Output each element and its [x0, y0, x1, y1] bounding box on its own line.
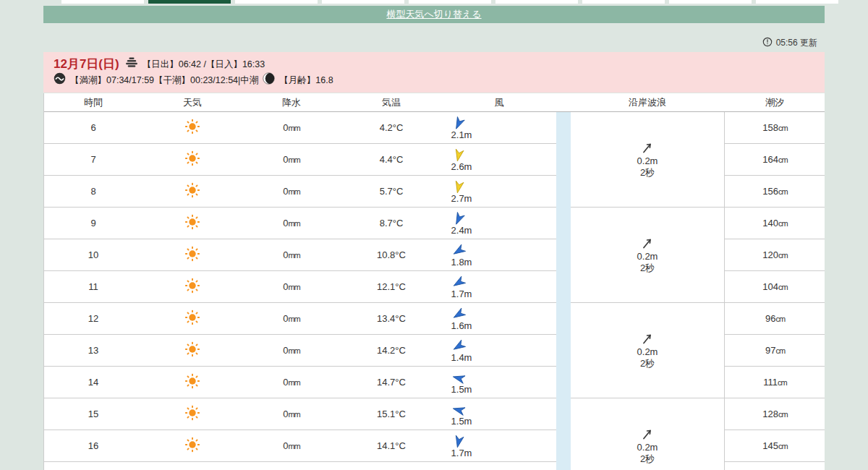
precip-value: 0mm	[242, 249, 341, 260]
table-row: 7 0mm 4.4°C 2.6m	[44, 144, 556, 176]
time-value: 15	[44, 409, 142, 419]
date-label: 12月7日(日)	[54, 57, 119, 72]
wind-direction-arrow-icon	[450, 433, 467, 450]
sunny-icon	[184, 150, 200, 166]
tab[interactable]	[61, 0, 144, 4]
tide-value: 104cm	[725, 271, 825, 303]
precip-value: 0mm	[242, 281, 341, 292]
time-value: 16	[44, 440, 142, 451]
precip-value: 0mm	[242, 122, 341, 133]
sunrise-icon	[125, 57, 138, 72]
wind-cell-content: 1.6m	[442, 307, 475, 331]
precip-value: 0mm	[242, 154, 341, 165]
wave-group-cell: 0.2m 2秒	[571, 208, 724, 303]
update-status: 05:56 更新	[762, 37, 817, 48]
alert-circle-icon	[762, 37, 773, 49]
wind-cell: 1.7m	[442, 433, 556, 458]
wave-icon	[54, 72, 66, 88]
weather-cell	[142, 150, 242, 168]
tab[interactable]	[495, 0, 578, 4]
tab[interactable]	[409, 0, 491, 4]
tab[interactable]	[582, 0, 665, 4]
weather-cell	[142, 246, 242, 264]
weather-cell	[142, 119, 242, 137]
temp-value: 12.1°C	[341, 281, 442, 292]
main-rows: 6 0mm 4.2°C 2.1m 7 0mm 4.4°C 2.6m	[44, 112, 556, 470]
wind-cell-content: 2.4m	[442, 212, 475, 236]
wave-period-value: 2秒	[640, 167, 655, 179]
wind-cell-content: 2.1m	[442, 116, 475, 140]
tide-value: 111cm	[725, 367, 825, 398]
wind-cell: 1.5m	[442, 401, 556, 427]
wind-cell: 2.1m	[442, 115, 556, 140]
wind-direction-arrow-icon	[450, 147, 467, 164]
wind-cell: 2.6m	[442, 147, 556, 172]
precip-value: 0mm	[242, 440, 341, 451]
tide-value: 156cm	[725, 176, 825, 208]
wind-cell-content: 2.6m	[442, 148, 475, 172]
sunny-icon	[184, 405, 200, 421]
tide-value: 164cm	[725, 144, 825, 176]
table-row: 12 0mm 13.4°C 1.6m	[44, 303, 556, 335]
tide-times-label: 【満潮】07:34/17:59【干潮】00:23/12:54|中潮	[70, 73, 258, 87]
wind-cell-content: 1.5m	[442, 403, 475, 427]
temp-value: 15.1°C	[341, 409, 442, 419]
column-divider-strip	[556, 112, 571, 470]
weather-cell	[142, 341, 242, 359]
wind-cell: 1.5m	[442, 369, 556, 395]
moon-age-label: 【月齢】16.8	[279, 73, 333, 87]
col-header-time: 時間	[44, 96, 142, 109]
table-row: 14 0mm 14.7°C 1.5m	[44, 367, 556, 398]
time-value: 11	[44, 281, 142, 292]
tide-value: 97cm	[725, 335, 825, 367]
table-row: 15 0mm 15.1°C 1.5m	[44, 398, 556, 430]
weather-cell	[142, 405, 242, 423]
weather-cell	[142, 309, 242, 328]
tab[interactable]	[756, 0, 838, 4]
table-header-row: 時間 天気 降水 気温 風 沿岸波浪 潮汐	[44, 93, 825, 112]
table-body: 6 0mm 4.2°C 2.1m 7 0mm 4.4°C 2.6m	[44, 112, 825, 470]
wave-period-value: 2秒	[640, 358, 655, 369]
sun-times-label: 【日出】06:42 /【日入】16:33	[142, 57, 265, 72]
temp-value: 4.2°C	[341, 122, 442, 133]
tab[interactable]	[322, 0, 404, 4]
wave-height-value: 0.2m	[637, 155, 658, 167]
time-value: 6	[44, 122, 142, 133]
sunny-icon	[184, 182, 200, 198]
weather-cell	[142, 214, 242, 232]
wind-cell-content: 1.7m	[442, 275, 475, 299]
updated-time-label: 05:56 更新	[776, 37, 817, 49]
temp-value: 13.4°C	[341, 313, 442, 324]
weather-cell	[142, 437, 242, 455]
table-row: 9 0mm 8.7°C 2.4m	[44, 208, 556, 239]
wave-direction-arrow-icon	[640, 141, 655, 155]
sunny-icon	[184, 309, 200, 325]
sunny-icon	[184, 214, 200, 230]
time-value: 7	[44, 154, 142, 165]
wind-cell: 1.4m	[442, 338, 556, 363]
switch-to-horizontal-link[interactable]: 横型天気へ切り替える	[386, 8, 481, 21]
tide-column: 158cm164cm156cm140cm120cm104cm96cm97cm11…	[724, 112, 825, 470]
temp-value: 5.7°C	[341, 186, 442, 197]
temp-value: 14.1°C	[341, 440, 442, 451]
table-row: 10 0mm 10.8°C 1.8m	[44, 239, 556, 271]
wind-cell-content: 1.7m	[442, 435, 475, 458]
temp-value: 8.7°C	[341, 218, 442, 228]
table-row: 6 0mm 4.2°C 2.1m	[44, 112, 556, 144]
tab[interactable]	[669, 0, 752, 4]
time-value: 14	[44, 377, 142, 388]
wind-cell: 1.7m	[442, 274, 556, 299]
col-header-precip: 降水	[242, 96, 341, 109]
tab[interactable]	[235, 0, 318, 4]
tide-value: 120cm	[725, 239, 825, 271]
wave-direction-arrow-icon	[640, 236, 655, 251]
wind-direction-arrow-icon	[450, 179, 467, 196]
time-value: 13	[44, 345, 142, 356]
col-header-wind: 風	[442, 96, 556, 109]
time-value: 9	[44, 218, 142, 228]
wave-period-value: 2秒	[640, 453, 655, 465]
precip-value: 0mm	[242, 377, 341, 388]
wave-height-value: 0.2m	[637, 346, 658, 358]
wave-group-cell: 0.2m 2秒	[571, 398, 724, 470]
tab-active[interactable]	[148, 0, 231, 4]
